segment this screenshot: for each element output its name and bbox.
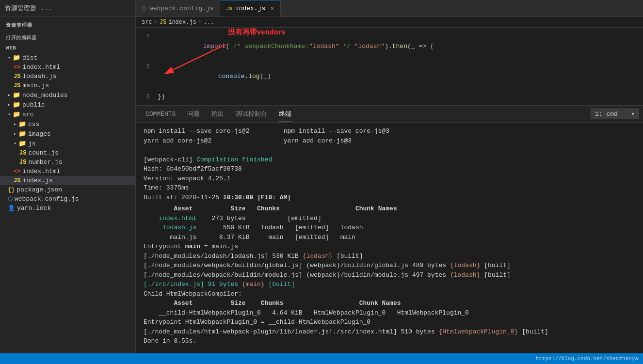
terminal-line: yarn add core-js@2 yarn add core-js@3: [144, 136, 635, 146]
code-editor[interactable]: 1 import( /* webpackChunkName:"lodash" *…: [136, 28, 643, 105]
terminal-line: Entrypoint HtmlWebpackPlugin_0 = __child…: [144, 317, 635, 327]
breadcrumb-src: src: [142, 19, 152, 26]
code-section: 没有再带vendors 1 import( /* webpackChunkNam…: [136, 28, 643, 105]
tab-comments[interactable]: COMMENTS: [140, 106, 181, 122]
breadcrumb-js: JS: [160, 19, 166, 26]
chevron-down-icon: ▾: [631, 110, 635, 118]
sidebar-item-index-html-src[interactable]: <> index.html: [0, 167, 135, 176]
sidebar-item-number-js[interactable]: JS number.js: [0, 158, 135, 167]
chevron-right-icon: ▸: [14, 131, 16, 137]
sidebar-item-lodash-js[interactable]: JS lodash.js: [0, 72, 135, 81]
line-number-1: 1: [136, 32, 158, 42]
html-icon: <>: [14, 168, 20, 175]
sidebar: 资源管理器 打开的编辑器 WEB ▾ 📁 dist <> index.html …: [0, 17, 136, 353]
folder-icon: 📁: [18, 130, 26, 138]
js-icon: JS: [226, 6, 232, 12]
folder-icon: 📁: [18, 140, 26, 147]
title-bar: 资源管理器 ... ⬡ webpack.config.js JS index.j…: [0, 0, 643, 17]
sidebar-item-css[interactable]: ▸ 📁 css: [0, 119, 135, 129]
terminal-line: [./src/index.js] 91 bytes {main} [built]: [144, 280, 635, 289]
terminal-line: Version: webpack 4.25.1: [144, 174, 635, 184]
tabs-bar: ⬡ webpack.config.js JS index.js ×: [136, 0, 643, 16]
chevron-down-icon: ▾: [8, 111, 11, 117]
tab-issues-label: 问题: [187, 110, 200, 118]
terminal-line: Asset Size Chunks Chunk Names: [144, 202, 635, 214]
line-number-2: 2: [136, 62, 158, 72]
terminal-line: Hash: 6b4e50bdf2f5acf30738: [144, 164, 635, 174]
terminal-line: Asset Size Chunks Chunk Names: [144, 299, 635, 308]
terminal-line: lodash.js 550 KiB lodash [emitted] lodas…: [144, 223, 635, 233]
explorer-title: 资源管理器: [5, 4, 36, 13]
terminal-content[interactable]: npm install --save core-js@2 npm install…: [136, 123, 643, 353]
terminal-line: Child HtmlWebpackCompiler:: [144, 289, 635, 299]
breadcrumb-file: index.js: [168, 19, 196, 26]
breadcrumb-sep1: >: [154, 19, 158, 26]
terminal-line: Done in 8.55s.: [144, 336, 635, 346]
main-layout: 资源管理器 打开的编辑器 WEB ▾ 📁 dist <> index.html …: [0, 17, 643, 353]
tab-index-js[interactable]: JS index.js ×: [220, 0, 281, 16]
sidebar-item-js-label: js: [28, 140, 36, 147]
sidebar-item-count-js[interactable]: JS count.js: [0, 148, 135, 158]
sidebar-item-images[interactable]: ▸ 📁 images: [0, 129, 135, 139]
folder-icon: 📁: [13, 91, 20, 99]
status-bar: https://blog.csdn.net/shenzhenya: [0, 353, 643, 364]
line-content-1: import( /* webpackChunkName:"lodash" */ …: [158, 32, 434, 61]
terminal-line: Time: 3375ms: [144, 183, 635, 193]
tab-debug-label: 调试控制台: [236, 110, 267, 118]
sidebar-item-public-label: public: [22, 101, 45, 109]
tab-webpack-config[interactable]: ⬡ webpack.config.js: [136, 0, 220, 16]
sidebar-item-index-html-src-label: index.html: [22, 168, 60, 175]
tab-issues[interactable]: 问题: [181, 106, 206, 122]
js-file-icon: JS: [19, 150, 26, 157]
sidebar-item-index-js-label: index.js: [22, 177, 52, 184]
editor-area: src > JS index.js > ... 没有再带vendors: [136, 17, 643, 353]
sidebar-item-node-modules[interactable]: ▸ 📁 node_modules: [0, 90, 135, 100]
terminal-line: main.js 8.37 KiB main [emitted] main: [144, 233, 635, 242]
tab-index-label: index.js: [235, 5, 265, 12]
breadcrumb-sep2: >: [198, 19, 202, 26]
terminal-line: Built at: 2020-11-25 10:38:09 |F10: AM|: [144, 193, 635, 203]
sidebar-item-index-html[interactable]: <> index.html: [0, 63, 135, 72]
sidebar-item-number-label: number.js: [28, 158, 62, 166]
folder-icon: 📁: [13, 101, 20, 109]
sidebar-item-index-js[interactable]: JS index.js: [0, 176, 135, 185]
sidebar-item-src-label: src: [22, 111, 33, 118]
web-section-title: WEB: [0, 43, 135, 53]
folder-icon: 📁: [13, 111, 20, 118]
js-file-icon: JS: [14, 177, 20, 184]
tab-terminal-label: 终端: [279, 110, 291, 118]
sidebar-item-package-json[interactable]: {} package.json: [0, 185, 135, 194]
sidebar-item-package-json-label: package.json: [16, 186, 62, 193]
terminal-line: index.html 273 bytes [emitted]: [144, 214, 635, 223]
js-file-icon: JS: [14, 73, 20, 80]
sidebar-item-public[interactable]: ▸ 📁 public: [0, 100, 135, 110]
tab-output[interactable]: 输出: [206, 106, 230, 122]
html-icon: <>: [14, 64, 20, 71]
terminal-line: __child-HtmlWebpackPlugin_0 4.64 KiB Htm…: [144, 308, 635, 318]
sidebar-item-yarn-lock[interactable]: 👤 yarn.lock: [0, 204, 135, 213]
sidebar-item-webpack-config[interactable]: ⬡ webpack.config.js: [0, 194, 135, 204]
explorer-label: 资源管理器: [0, 17, 135, 31]
json-icon: {}: [8, 187, 15, 193]
title-dots[interactable]: ...: [40, 4, 51, 13]
sidebar-item-js-folder[interactable]: ▾ 📁 js: [0, 139, 135, 148]
terminal-line: npm install --save core-js@2 npm install…: [144, 127, 635, 136]
terminal-line: [144, 145, 635, 155]
tab-webpack-label: webpack.config.js: [149, 5, 214, 12]
sidebar-title-bar: 资源管理器 ...: [0, 0, 136, 16]
folder-icon: 📁: [13, 54, 20, 62]
sidebar-item-src[interactable]: ▾ 📁 src: [0, 110, 135, 119]
tab-debug[interactable]: 调试控制台: [230, 106, 273, 122]
terminal-line: [./node_modules/webpack/buildin/global.j…: [144, 261, 635, 270]
sidebar-item-node-modules-label: node_modules: [22, 92, 68, 99]
terminal-dropdown[interactable]: 1: cmd ▾: [591, 109, 639, 119]
terminal-line: [webpack-cli] Compilation finished: [144, 155, 635, 165]
sidebar-item-main-js[interactable]: JS main.js: [0, 81, 135, 90]
tab-close-button[interactable]: ×: [270, 5, 274, 13]
sidebar-item-dist[interactable]: ▾ 📁 dist: [0, 53, 135, 63]
tab-terminal[interactable]: 终端: [273, 106, 297, 122]
code-line-3: 3 }): [136, 92, 643, 102]
tab-output-label: 输出: [211, 110, 224, 118]
chevron-down-icon: ▾: [14, 141, 16, 146]
sidebar-item-css-label: css: [28, 121, 39, 128]
